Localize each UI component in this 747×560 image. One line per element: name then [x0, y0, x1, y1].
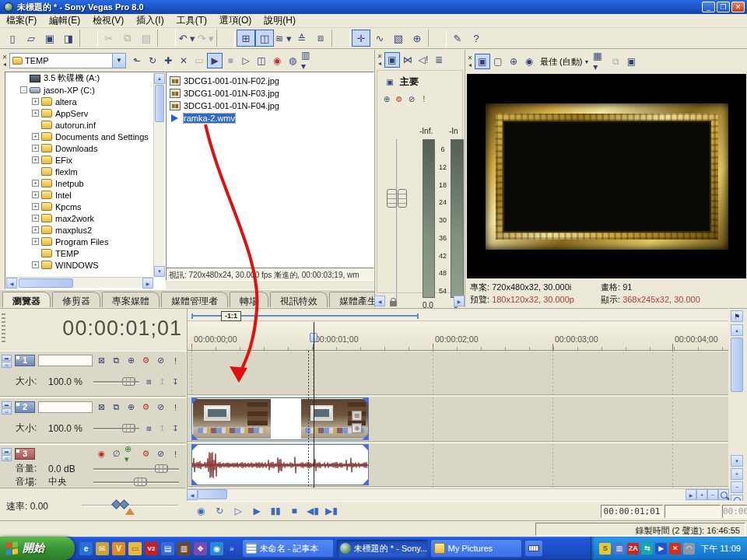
toolbar-button[interactable]	[428, 30, 447, 47]
toolbar-button[interactable]: ✛	[352, 30, 370, 47]
menu-item[interactable]: 檢視(V)	[86, 13, 130, 28]
fade-handle-icon[interactable]	[192, 445, 198, 450]
toolbar-button[interactable]: ▱	[22, 30, 40, 47]
zoom-in-time-button[interactable]: +	[696, 489, 707, 500]
scroll-down-button[interactable]: ▼	[731, 455, 743, 467]
explorer-toolbar-button[interactable]: ◉	[269, 53, 285, 68]
folder-path-combobox[interactable]: TEMP ▼	[9, 53, 126, 68]
explorer-toolbar-button[interactable]: ↻	[145, 53, 160, 68]
fade-handle-icon[interactable]	[192, 434, 198, 439]
fade-handle-icon[interactable]	[192, 479, 198, 485]
track-button[interactable]: ⚙	[139, 447, 153, 460]
taskbar-window-button[interactable]: 未標題的 * - Sony...	[336, 539, 428, 558]
track-param-value[interactable]: 100.0 %	[48, 423, 93, 434]
tree-item[interactable]: + maxplus2	[5, 224, 165, 236]
compositing-button[interactable]: ↧	[169, 376, 182, 387]
track-button[interactable]: ⊘	[153, 354, 168, 367]
bus-properties-icon[interactable]: ▣	[384, 76, 396, 89]
track-name-field[interactable]	[38, 355, 93, 366]
track-level-slider[interactable]	[93, 424, 139, 432]
preview-toolbar-button[interactable]: ▣	[623, 54, 639, 69]
track-number[interactable]: 3	[15, 448, 35, 460]
quicklaunch-icon[interactable]: ▤	[161, 542, 174, 555]
track-button[interactable]: ⚙	[139, 354, 153, 367]
bus-fx-button[interactable]: ⚙	[393, 93, 405, 105]
tray-icon[interactable]: ⇆	[641, 543, 653, 555]
tray-icon[interactable]: ✕	[669, 543, 681, 555]
drag-grip[interactable]	[2, 313, 5, 345]
tree-expander[interactable]: +	[32, 98, 39, 105]
toolbar-button[interactable]: ≙	[293, 30, 311, 47]
mixer-close-icon[interactable]: ✕	[377, 53, 383, 60]
track-button[interactable]: ⚙	[139, 401, 153, 414]
transport-button[interactable]: ↻	[210, 503, 229, 519]
toolbar-button[interactable]: ≋ ▾	[274, 30, 293, 47]
toolbar-button[interactable]: ↶ ▾	[177, 30, 196, 47]
toolbar-button[interactable]: ▯	[3, 30, 22, 47]
mixer-toolbar-button[interactable]: ▣	[384, 52, 400, 68]
master-fader-handle[interactable]	[387, 189, 407, 208]
explorer-toolbar-button[interactable]: ▥ ▾	[300, 53, 316, 68]
marker-pen-button[interactable]: ⚑	[731, 310, 743, 322]
track-number[interactable]: 2	[15, 401, 35, 413]
fade-handle-icon[interactable]	[363, 445, 368, 450]
track-param-value[interactable]: 0.0 dB	[48, 464, 93, 474]
marker-bar[interactable]: -1:1	[188, 310, 728, 321]
quicklaunch-icon[interactable]: ❖	[194, 542, 207, 555]
tree-expander[interactable]: +	[32, 145, 39, 152]
toolbar-button[interactable]: ✎	[448, 30, 467, 47]
quicklaunch-icon[interactable]: ✉	[96, 542, 109, 555]
dock-tab[interactable]: 瀏覽器	[2, 292, 51, 307]
zoom-out-time-button[interactable]: −	[707, 489, 718, 500]
track-lane-1[interactable]	[188, 351, 728, 395]
rate-shuttle-slider[interactable]	[82, 505, 178, 506]
menu-item[interactable]: 編輯(E)	[43, 13, 86, 28]
explorer-close-icon[interactable]: ✕	[2, 54, 8, 61]
input-method-button[interactable]	[524, 540, 543, 557]
minimize-button[interactable]: _	[702, 2, 715, 12]
track-header-3[interactable]: ▬▭ 3 ◉∅⊕ ▾⚙⊘! 音量: 0.0 dB 音場: 中央	[0, 444, 186, 488]
explorer-toolbar-button[interactable]: ✕	[176, 53, 191, 68]
dock-tab[interactable]: 專案媒體	[102, 292, 160, 307]
bus-fx-button[interactable]: !	[418, 93, 430, 105]
dock-tab[interactable]: 視訊特效	[270, 292, 328, 307]
volume-slider[interactable]	[93, 464, 179, 473]
quicklaunch-icon[interactable]: ▭	[128, 542, 142, 555]
track-button[interactable]: ⊕	[124, 401, 139, 414]
explorer-toolbar-button[interactable]: ✚	[160, 53, 176, 68]
tree-expander[interactable]: +	[32, 238, 39, 245]
track-number[interactable]: 1	[15, 355, 35, 366]
track-name-field[interactable]	[38, 401, 93, 413]
dock-tab[interactable]: 修剪器	[52, 292, 100, 307]
explorer-toolbar-button[interactable]: ⬑	[129, 53, 145, 68]
track-button[interactable]: !	[168, 401, 183, 414]
tree-item[interactable]: - jason-XP (C:)	[5, 84, 165, 96]
marker-label[interactable]: -1:1	[221, 311, 241, 321]
close-button[interactable]: ✕	[731, 2, 745, 12]
tree-expander[interactable]: +	[32, 226, 39, 233]
track-button[interactable]: !	[168, 447, 183, 460]
track-button[interactable]: ⧉	[109, 354, 124, 367]
tree-expander[interactable]: +	[32, 191, 39, 198]
preview-toolbar-button[interactable]: ▣	[475, 54, 490, 69]
track-button[interactable]: !	[168, 354, 183, 367]
toolbar-button[interactable]: ◫	[255, 30, 274, 47]
preview-close-icon[interactable]: ✕	[468, 54, 473, 61]
tray-icon[interactable]: S	[599, 543, 611, 555]
zoom-in-track-button[interactable]: +	[731, 468, 743, 480]
track-minimize-buttons[interactable]: ▬▭	[2, 355, 12, 368]
tree-expander[interactable]: +	[32, 215, 39, 222]
playhead-line[interactable]	[314, 322, 314, 488]
track-minimize-buttons[interactable]: ▬▭	[2, 448, 12, 461]
taskbar-window-button[interactable]: My Pictures	[430, 539, 522, 558]
preview-toolbar-button[interactable]: ⧉	[608, 54, 623, 69]
file-name[interactable]: 3DCG1-001-01N-F03.jpg	[184, 89, 279, 98]
maximize-button[interactable]: ❐	[717, 2, 730, 12]
explorer-toolbar-button[interactable]: ▷	[238, 53, 254, 68]
file-row[interactable]: 3DCG1-001-01N-F03.jpg	[167, 87, 374, 100]
tree-item[interactable]: + Documents and Settings	[5, 131, 165, 142]
quicklaunch-icon[interactable]: ▥	[177, 542, 191, 555]
compositing-button[interactable]: ↥	[156, 376, 169, 387]
tree-expander[interactable]: +	[32, 203, 39, 210]
tree-expander[interactable]: +	[32, 180, 39, 187]
